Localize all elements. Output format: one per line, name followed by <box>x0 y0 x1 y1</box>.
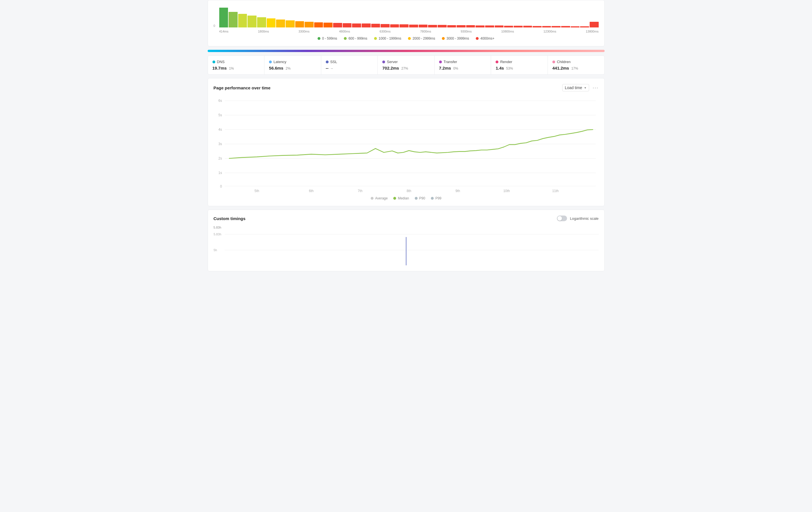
chart-legend-dot <box>371 197 374 200</box>
histogram-x-label: 9300ms <box>461 30 471 33</box>
metric-name: Render <box>500 60 512 64</box>
histogram-section: 0 414ms1800ms3300ms4800ms6300ms7800ms930… <box>208 0 605 46</box>
legend-dot <box>374 37 377 40</box>
custom-timings-section: Custom timings Logarithmic scale 5.83h 5… <box>208 210 605 271</box>
metric-value: 56.6ms <box>269 65 283 71</box>
metric-dot <box>326 60 328 63</box>
load-time-dropdown[interactable]: Load time ▼ <box>562 84 589 91</box>
metric-dot <box>552 60 555 63</box>
svg-text:5s: 5s <box>219 113 222 117</box>
histogram-legend-item: 2000 - 2999ms <box>408 36 435 41</box>
histogram-bar <box>485 25 494 27</box>
histogram-bar <box>438 25 447 27</box>
legend-dot <box>318 37 320 40</box>
metric-percentage: 1% <box>229 66 234 71</box>
metric-values: 7.2ms 0% <box>439 65 487 71</box>
chart-legend-label: Average <box>375 196 388 200</box>
metric-cell-server: Server 702.2ms 27% <box>378 56 435 74</box>
histogram-x-label: 6300ms <box>379 30 390 33</box>
metric-values: 56.6ms 2% <box>269 65 316 71</box>
logarithmic-toggle-wrapper[interactable]: Logarithmic scale <box>557 216 599 221</box>
legend-dot <box>344 37 347 40</box>
chart-legend-item: P90 <box>415 196 425 200</box>
chart-legend-dot <box>415 197 417 200</box>
histogram-bar <box>352 24 361 27</box>
histogram-x-label: 7800ms <box>420 30 431 33</box>
chart-legend-dot <box>393 197 396 200</box>
custom-chart-svg: 5.83h 5h <box>213 232 599 265</box>
performance-color-bar <box>208 50 605 52</box>
metric-values: -- -- <box>326 65 373 71</box>
histogram-x-label: 3300ms <box>298 30 309 33</box>
histogram-bar <box>428 25 437 27</box>
histogram-bar <box>580 26 589 27</box>
metric-label: SSL <box>326 60 373 64</box>
histogram-legend-item: 4000ms+ <box>476 36 494 41</box>
metric-name: Server <box>387 60 398 64</box>
metric-name: Children <box>557 60 571 64</box>
histogram-x-label: 13800ms <box>586 30 599 33</box>
histogram-legend: 0 - 599ms600 - 999ms1000 - 1999ms2000 - … <box>213 36 599 41</box>
custom-timings-title: Custom timings <box>213 216 245 221</box>
metric-percentage: 27% <box>401 66 408 71</box>
histogram-bar <box>390 24 399 27</box>
histogram-bar <box>590 22 599 27</box>
metric-dot <box>382 60 385 63</box>
metric-value: 702.2ms <box>382 65 399 71</box>
metric-label: Server <box>382 60 430 64</box>
metric-cell-render: Render 1.4s 53% <box>491 56 548 74</box>
legend-label: 2000 - 2999ms <box>412 36 435 41</box>
histogram-bar <box>286 20 295 27</box>
histogram-bar <box>409 25 418 27</box>
metric-dot <box>496 60 498 63</box>
metric-values: 702.2ms 27% <box>382 65 430 71</box>
histogram-bar <box>343 23 352 27</box>
metric-dot <box>439 60 442 63</box>
histogram-bar <box>514 26 523 27</box>
histogram-bar <box>495 25 504 27</box>
svg-text:9th: 9th <box>455 189 460 193</box>
metric-value: 1.4s <box>496 65 504 71</box>
histogram-bar <box>523 26 532 27</box>
performance-chart-section: Page performance over time Load time ▼ ·… <box>208 78 605 206</box>
histogram-bar <box>457 25 466 27</box>
metric-percentage: 0% <box>453 66 458 71</box>
chart-legend-label: Median <box>398 196 409 200</box>
metric-dot <box>269 60 272 63</box>
histogram-bar <box>276 20 285 27</box>
metric-name: Transfer <box>443 60 457 64</box>
y-zero-label: 0 <box>213 24 215 27</box>
more-options-button[interactable]: ··· <box>592 85 599 91</box>
histogram-legend-item: 0 - 599ms <box>318 36 337 41</box>
logarithmic-toggle[interactable] <box>557 216 567 221</box>
metric-label: Children <box>552 60 600 64</box>
metric-name: SSL <box>330 60 337 64</box>
histogram-bar <box>542 26 551 27</box>
legend-label: 1000 - 1999ms <box>379 36 401 41</box>
legend-dot <box>476 37 478 40</box>
histogram-bar <box>447 25 456 27</box>
metric-name: Latency <box>273 60 287 64</box>
histogram-bar <box>371 24 380 27</box>
metric-cell-children: Children 441.2ms 17% <box>548 56 604 74</box>
svg-text:2s: 2s <box>219 156 222 161</box>
svg-text:0: 0 <box>220 184 222 189</box>
chart-legend-dot <box>431 197 434 200</box>
metric-dot <box>212 60 215 63</box>
chart-legend-label: P99 <box>435 196 441 200</box>
histogram-bar <box>295 21 304 27</box>
histogram-x-label: 4800ms <box>339 30 350 33</box>
metrics-row: DNS 19.7ms 1% Latency 56.6ms 2% SSL -- -… <box>208 55 605 75</box>
metric-values: 1.4s 53% <box>496 65 543 71</box>
chart-title: Page performance over time <box>213 85 271 90</box>
histogram-legend-item: 3000 - 3999ms <box>442 36 469 41</box>
metric-value: 7.2ms <box>439 65 451 71</box>
histogram-bar <box>333 23 342 27</box>
metric-values: 441.2ms 17% <box>552 65 600 71</box>
metric-cell-ssl: SSL -- -- <box>321 56 378 74</box>
custom-y-5h83: 5.83h <box>213 226 599 229</box>
svg-text:7th: 7th <box>358 189 362 193</box>
load-time-label: Load time <box>565 85 582 90</box>
histogram-chart: 0 <box>213 5 599 27</box>
metric-value: -- <box>326 65 328 71</box>
